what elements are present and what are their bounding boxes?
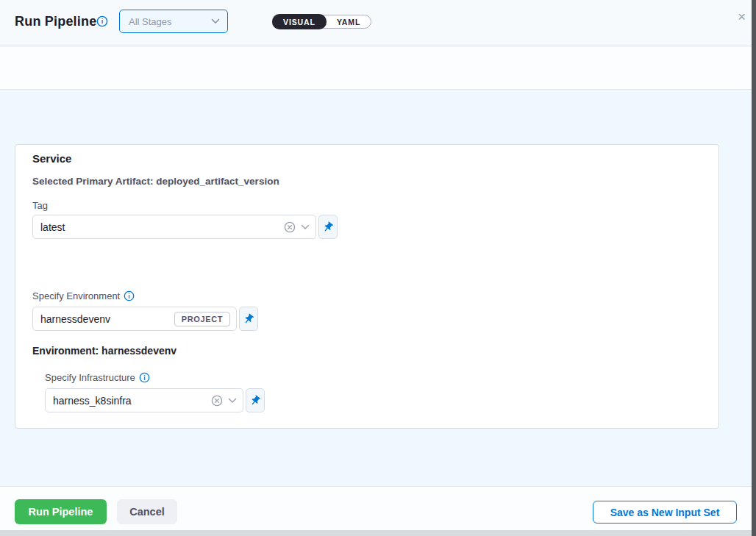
- specify-environment-label: Specify Environment: [32, 290, 120, 301]
- cancel-button[interactable]: Cancel: [117, 499, 177, 524]
- clear-icon[interactable]: [211, 395, 223, 407]
- input-sets-section: Use existing Input Sets ?: [0, 47, 756, 90]
- tab-visual[interactable]: VISUAL: [272, 14, 327, 29]
- info-icon[interactable]: i: [96, 15, 108, 27]
- save-as-new-input-set-button[interactable]: Save as New Input Set: [593, 501, 737, 524]
- specify-environment-label-row: Specify Environment i: [32, 290, 135, 301]
- infrastructure-input[interactable]: [53, 395, 206, 407]
- environment-field: PROJECT: [32, 307, 237, 331]
- visual-yaml-toggle: VISUAL YAML: [272, 15, 371, 29]
- environment-pin-button[interactable]: [239, 307, 258, 331]
- svg-text:i: i: [101, 18, 104, 25]
- stage-select-value: All Stages: [129, 16, 172, 27]
- stage-section: Stage: deploy_stage Service Selected Pri…: [0, 90, 756, 486]
- specify-infrastructure-label-row: Specify Infrastructure i: [45, 372, 150, 383]
- clear-icon[interactable]: [284, 221, 296, 233]
- svg-text:i: i: [143, 374, 145, 382]
- page-title: Run Pipeline: [15, 14, 96, 29]
- environment-scope-badge: PROJECT: [174, 312, 230, 326]
- info-icon[interactable]: i: [139, 372, 150, 383]
- tag-input[interactable]: [40, 221, 279, 233]
- tag-label: Tag: [32, 200, 48, 211]
- stage-select-dropdown[interactable]: All Stages: [119, 10, 228, 33]
- tag-pin-button[interactable]: [318, 215, 338, 239]
- infrastructure-field: [45, 388, 243, 412]
- chevron-down-icon[interactable]: [228, 398, 237, 404]
- selected-artifact-text: Selected Primary Artifact: deployed_arti…: [32, 176, 279, 187]
- run-pipeline-dialog: Run Pipeline i All Stages VISUAL YAML × …: [0, 0, 756, 536]
- service-card: Service Selected Primary Artifact: deplo…: [15, 144, 719, 429]
- specify-infrastructure-label: Specify Infrastructure: [45, 372, 135, 383]
- tag-field: [32, 215, 316, 239]
- dialog-footer: Run Pipeline Cancel Save as New Input Se…: [0, 486, 756, 530]
- close-icon[interactable]: ×: [738, 10, 746, 24]
- chevron-down-icon: [211, 18, 220, 24]
- tab-yaml[interactable]: YAML: [327, 15, 371, 29]
- page-bottom-edge: [0, 530, 756, 536]
- page-right-edge: [752, 0, 756, 536]
- run-pipeline-button[interactable]: Run Pipeline: [15, 499, 107, 524]
- infrastructure-pin-button[interactable]: [246, 388, 265, 412]
- info-icon[interactable]: i: [124, 290, 135, 301]
- chevron-down-icon[interactable]: [301, 224, 310, 230]
- dialog-header: Run Pipeline i All Stages VISUAL YAML ×: [0, 0, 756, 46]
- environment-heading: Environment: harnessdevenv: [32, 345, 176, 357]
- environment-input[interactable]: [40, 313, 169, 325]
- service-title: Service: [32, 152, 71, 165]
- svg-text:i: i: [129, 293, 130, 300]
